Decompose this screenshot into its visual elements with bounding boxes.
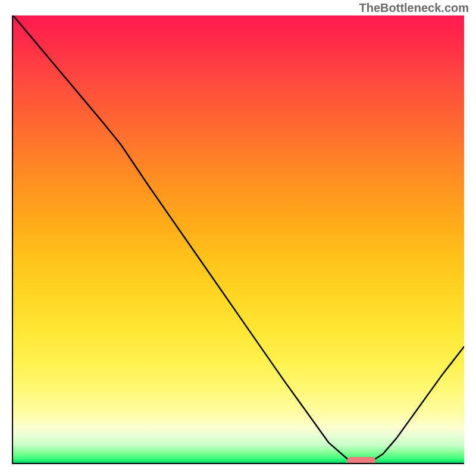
optimal-marker [347, 457, 375, 464]
chart-curve-svg [13, 15, 464, 463]
attribution-text: TheBottleneck.com [359, 1, 469, 15]
chart-plot-area [12, 15, 464, 464]
bottleneck-curve-line [13, 15, 464, 461]
